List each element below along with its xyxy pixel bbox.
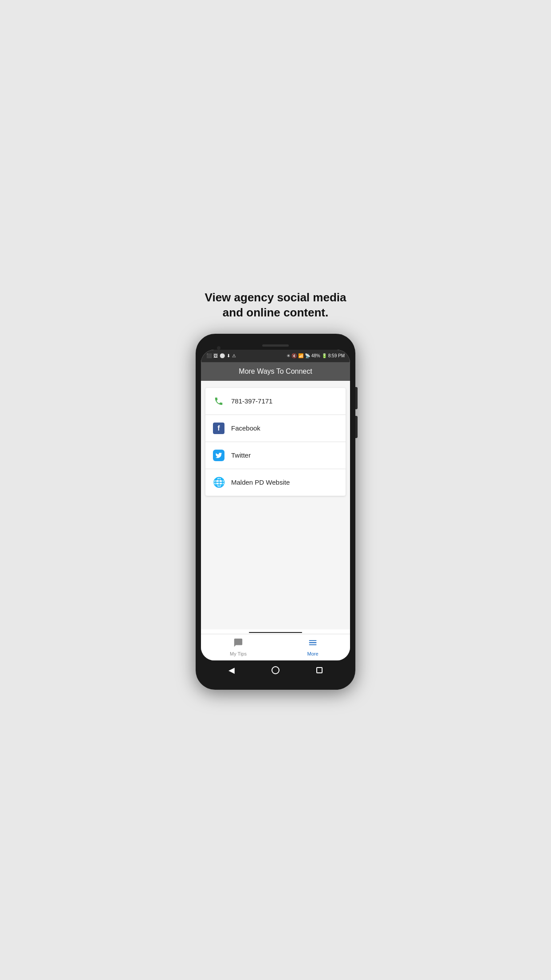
page-headline: View agency social mediaand online conte… xyxy=(196,290,355,320)
more-icon xyxy=(308,638,318,650)
connect-item-twitter[interactable]: Twitter xyxy=(205,442,346,469)
status-icon-image: 🖼 xyxy=(213,353,218,358)
globe-icon: 🌐 xyxy=(213,476,225,489)
connect-item-phone[interactable]: 781-397-7171 xyxy=(205,388,346,415)
phone-label: 781-397-7171 xyxy=(231,397,272,405)
my-tips-icon xyxy=(233,638,243,650)
battery-icon: 🔋 xyxy=(322,353,327,358)
phone-frame: ⬛ 🖼 ⚪ ⬇ ⚠ ✳ 🔇 📶 📡 48% 🔋 8:59 PM xyxy=(196,334,355,690)
connect-item-facebook[interactable]: f Facebook xyxy=(205,415,346,442)
status-icon-warning: ⚠ xyxy=(232,353,236,358)
phone-speaker xyxy=(262,344,289,347)
mute-icon: 🔇 xyxy=(291,353,297,358)
app-bar: More Ways To Connect xyxy=(201,362,350,381)
status-icon-circle: ⚪ xyxy=(220,353,225,358)
battery-percent: 48% xyxy=(311,353,320,358)
facebook-label: Facebook xyxy=(231,424,260,432)
twitter-icon xyxy=(213,449,225,462)
home-button[interactable] xyxy=(272,666,279,674)
phone-screen: ⬛ 🖼 ⚪ ⬇ ⚠ ✳ 🔇 📶 📡 48% 🔋 8:59 PM xyxy=(201,350,350,660)
phone-icon xyxy=(213,395,225,407)
bluetooth-icon: ✳ xyxy=(287,353,290,358)
bottom-nav: My Tips More xyxy=(201,634,350,660)
app-bar-title: More Ways To Connect xyxy=(239,368,312,375)
connect-item-website[interactable]: 🌐 Malden PD Website xyxy=(205,469,346,496)
status-icon-back: ⬛ xyxy=(206,353,212,358)
facebook-icon: f xyxy=(213,422,225,435)
content-area: 781-397-7171 f Facebook xyxy=(201,381,350,629)
system-nav: ◀ xyxy=(201,660,350,680)
more-label: More xyxy=(307,651,318,656)
signal-icon: 📡 xyxy=(305,353,310,358)
nav-line xyxy=(249,632,302,633)
page-wrapper: View agency social mediaand online conte… xyxy=(184,290,367,690)
connect-card: 781-397-7171 f Facebook xyxy=(205,388,346,496)
nav-item-more[interactable]: More xyxy=(276,634,350,660)
nav-item-my-tips[interactable]: My Tips xyxy=(201,634,276,660)
time-display: 8:59 PM xyxy=(328,353,345,358)
status-left-icons: ⬛ 🖼 ⚪ ⬇ ⚠ xyxy=(206,353,236,358)
website-label: Malden PD Website xyxy=(231,478,290,486)
my-tips-label: My Tips xyxy=(230,651,247,656)
status-right-info: ✳ 🔇 📶 📡 48% 🔋 8:59 PM xyxy=(287,353,345,358)
camera-dot xyxy=(217,346,220,350)
back-button[interactable]: ◀ xyxy=(228,665,235,675)
status-bar: ⬛ 🖼 ⚪ ⬇ ⚠ ✳ 🔇 📶 📡 48% 🔋 8:59 PM xyxy=(201,350,350,362)
twitter-label: Twitter xyxy=(231,451,251,459)
recents-button[interactable] xyxy=(316,667,323,673)
status-icon-download: ⬇ xyxy=(227,353,230,358)
wifi-icon: 📶 xyxy=(298,353,303,358)
phone-top-bar xyxy=(201,342,350,350)
